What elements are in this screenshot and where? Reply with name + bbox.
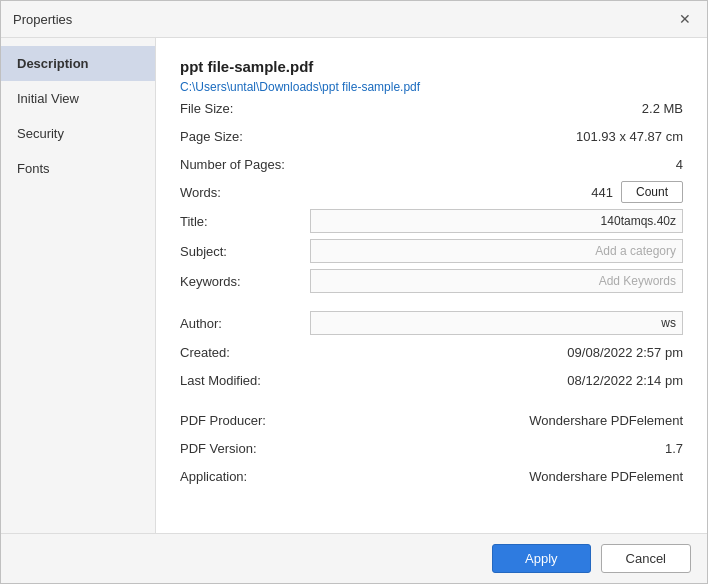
pdf-producer-row: PDF Producer: Wondershare PDFelement <box>180 406 683 434</box>
keywords-input[interactable] <box>310 269 683 293</box>
application-value: Wondershare PDFelement <box>310 469 683 484</box>
subject-input[interactable] <box>310 239 683 263</box>
pdf-version-value: 1.7 <box>310 441 683 456</box>
created-label: Created: <box>180 345 310 360</box>
created-value: 09/08/2022 2:57 pm <box>310 345 683 360</box>
last-modified-label: Last Modified: <box>180 373 310 388</box>
file-size-value: 2.2 MB <box>310 101 683 116</box>
last-modified-row: Last Modified: 08/12/2022 2:14 pm <box>180 366 683 394</box>
file-name: ppt file-sample.pdf <box>180 58 683 75</box>
sidebar-item-initial-view[interactable]: Initial View <box>1 81 155 116</box>
num-pages-row: Number of Pages: 4 <box>180 150 683 178</box>
pdf-producer-value: Wondershare PDFelement <box>310 413 683 428</box>
author-input[interactable] <box>310 311 683 335</box>
application-row: Application: Wondershare PDFelement <box>180 462 683 490</box>
page-size-label: Page Size: <box>180 129 310 144</box>
main-content: ppt file-sample.pdf C:\Users\untal\Downl… <box>156 38 707 533</box>
keywords-row: Keywords: <box>180 266 683 296</box>
words-count: 441 <box>310 185 621 200</box>
subject-label: Subject: <box>180 244 310 259</box>
page-size-row: Page Size: 101.93 x 47.87 cm <box>180 122 683 150</box>
keywords-label: Keywords: <box>180 274 310 289</box>
num-pages-value: 4 <box>310 157 683 172</box>
properties-dialog: Properties ✕ Description Initial View Se… <box>0 0 708 584</box>
apply-button[interactable]: Apply <box>492 544 591 573</box>
cancel-button[interactable]: Cancel <box>601 544 691 573</box>
title-input[interactable] <box>310 209 683 233</box>
title-row: Title: <box>180 206 683 236</box>
pdf-producer-label: PDF Producer: <box>180 413 310 428</box>
spacer-1 <box>180 296 683 308</box>
pdf-version-row: PDF Version: 1.7 <box>180 434 683 462</box>
title-bar: Properties ✕ <box>1 1 707 38</box>
count-button[interactable]: Count <box>621 181 683 203</box>
author-row: Author: <box>180 308 683 338</box>
footer: Apply Cancel <box>1 533 707 583</box>
num-pages-label: Number of Pages: <box>180 157 310 172</box>
sidebar-item-fonts[interactable]: Fonts <box>1 151 155 186</box>
author-label: Author: <box>180 316 310 331</box>
sidebar-item-security[interactable]: Security <box>1 116 155 151</box>
file-size-row: File Size: 2.2 MB <box>180 94 683 122</box>
close-button[interactable]: ✕ <box>675 9 695 29</box>
words-label: Words: <box>180 185 310 200</box>
content-area: Description Initial View Security Fonts … <box>1 38 707 533</box>
pdf-version-label: PDF Version: <box>180 441 310 456</box>
application-label: Application: <box>180 469 310 484</box>
sidebar-item-description[interactable]: Description <box>1 46 155 81</box>
spacer-2 <box>180 394 683 406</box>
words-row: Words: 441 Count <box>180 178 683 206</box>
dialog-title: Properties <box>13 12 72 27</box>
file-size-label: File Size: <box>180 101 310 116</box>
sidebar: Description Initial View Security Fonts <box>1 38 156 533</box>
title-label: Title: <box>180 214 310 229</box>
file-path[interactable]: C:\Users\untal\Downloads\ppt file-sample… <box>180 80 420 94</box>
page-size-value: 101.93 x 47.87 cm <box>310 129 683 144</box>
created-row: Created: 09/08/2022 2:57 pm <box>180 338 683 366</box>
last-modified-value: 08/12/2022 2:14 pm <box>310 373 683 388</box>
subject-row: Subject: <box>180 236 683 266</box>
